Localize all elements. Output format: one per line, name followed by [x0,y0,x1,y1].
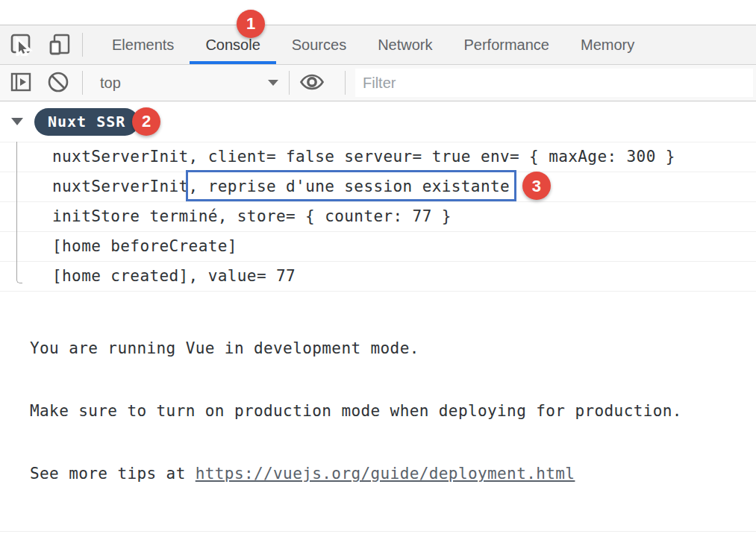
vue-dev-mode-message: You are running Vue in development mode.… [0,291,756,531]
console-filter-input[interactable] [355,69,753,97]
console-group-header: Nuxt SSR 2 [0,101,756,142]
devtools-tabbar: Elements Console Sources Network Perform… [0,25,756,64]
clear-console-icon [46,70,70,96]
panel-tabs: Elements Console Sources Network Perform… [96,25,650,64]
devtools-window: 1 [0,0,756,537]
console-message: nuxtServerInit, client= false serveur= t… [0,142,756,172]
annotation-badge-1: 1 [237,10,265,38]
console-message: initStore terminé, store= { counter: 77 … [0,201,756,231]
show-console-sidebar-button[interactable] [7,69,34,96]
vue-message-line: See more tips at https://vuejs.org/guide… [30,463,756,484]
tabbar-tool-icons [0,25,82,64]
context-selector-label: top [100,75,121,92]
vue-message-line: You are running Vue in development mode. [30,338,756,359]
toolbar-divider [345,71,346,95]
deployment-guide-link[interactable]: https://vuejs.org/guide/deployment.html [196,465,575,483]
toggle-device-toolbar-button[interactable] [46,31,73,58]
vue-message-prefix: See more tips at [30,465,196,483]
inspect-cursor-icon [9,32,33,58]
eye-icon [299,70,325,96]
console-message: [home beforeCreate] [0,231,756,261]
vue-message-line: Make sure to turn on production mode whe… [30,401,756,421]
console-message: nuxtServerInit, reprise d'une session ex… [0,172,756,201]
console-message: [HMR] connected [0,531,756,537]
tab-network[interactable]: Network [362,25,448,64]
console-group-rows: nuxtServerInit, client= false serveur= t… [0,142,756,291]
console-sidebar-icon [9,70,33,96]
top-whitespace [0,0,756,25]
tab-sources[interactable]: Sources [276,25,362,64]
console-log-area: Nuxt SSR 2 nuxtServerInit, client= false… [0,101,756,537]
toolbar-divider [289,71,290,95]
console-message: [home created], value= 77 [0,261,756,291]
tab-elements[interactable]: Elements [96,25,190,64]
tab-console[interactable]: Console [190,25,275,64]
message-prefix: nuxtServerInit [52,178,189,195]
annotation-highlight-box: , reprise d'une session existante [189,178,510,195]
tab-memory[interactable]: Memory [565,25,650,64]
tab-performance[interactable]: Performance [449,25,566,64]
console-toolbar: top [0,64,756,101]
inspect-element-button[interactable] [7,31,34,58]
group-collapse-triangle-icon[interactable] [11,118,23,125]
nuxt-ssr-group-badge[interactable]: Nuxt SSR [34,108,139,136]
javascript-context-selector[interactable]: top [83,65,289,101]
annotation-badge-3: 3 [522,172,551,200]
tabbar-divider [82,33,83,57]
clear-console-button[interactable] [45,69,72,96]
annotation-badge-2: 2 [132,107,160,136]
device-toolbar-icon [48,32,72,58]
create-live-expression-button[interactable] [299,69,325,96]
chevron-down-icon [268,80,278,86]
